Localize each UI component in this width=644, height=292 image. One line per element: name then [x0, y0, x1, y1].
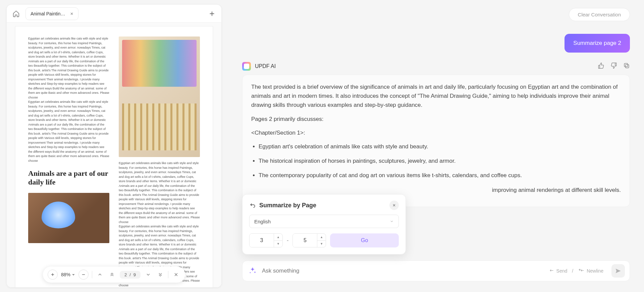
close-toolbar-button[interactable]	[172, 270, 180, 279]
document-viewport[interactable]: Egyptian art celebrates animals like cat…	[7, 23, 221, 287]
copy-icon	[623, 62, 630, 69]
ai-name-label: UPDF AI	[255, 63, 276, 69]
return-icon	[249, 202, 256, 209]
zoom-out-button[interactable]	[78, 270, 89, 280]
updf-logo-icon	[242, 62, 251, 71]
tab-bar: Animal Paintin…	[7, 5, 221, 23]
composer: Send / Newline	[242, 261, 630, 281]
zoom-percent-label: 88%	[61, 272, 70, 277]
last-page-button[interactable]	[156, 270, 165, 279]
close-icon	[70, 12, 74, 16]
close-icon	[173, 272, 179, 277]
separator	[92, 271, 92, 278]
sparkle-icon	[249, 267, 257, 275]
ai-bullet: Egyptian art's celebration of animals li…	[259, 142, 621, 151]
home-button[interactable]	[10, 8, 22, 20]
from-page-input[interactable]	[250, 234, 274, 247]
body-text: Egyptian art celebrates animals like cat…	[28, 100, 109, 163]
chat-panel: Clear Conversation Summarize page 2 UPDF…	[227, 5, 637, 287]
popup-close-button[interactable]	[389, 201, 399, 210]
page-range-row: ▲ ▼ - ▲ ▼ Go	[249, 233, 399, 247]
from-page-stepper: ▲ ▼	[249, 233, 283, 247]
language-select[interactable]: English	[249, 215, 399, 228]
ai-bullet-list: Egyptian art's celebration of animals li…	[259, 142, 621, 180]
page-right-column: Egyptian art celebrates animals like cat…	[119, 36, 200, 287]
close-icon	[392, 203, 396, 207]
zoom-in-button[interactable]	[48, 270, 58, 280]
ai-actions	[598, 62, 630, 70]
clear-conversation-button[interactable]: Clear Conversation	[569, 8, 630, 21]
hint-sep: /	[572, 268, 573, 274]
chat-top-actions: Clear Conversation	[227, 5, 637, 24]
document-page: Egyptian art celebrates animals like cat…	[15, 26, 213, 287]
svg-rect-1	[624, 63, 628, 67]
ai-paragraph: Pages 2 primarily discusses:	[251, 115, 621, 124]
document-tab-title: Animal Paintin…	[31, 11, 65, 16]
chevron-down-icon	[146, 272, 151, 277]
from-step-up[interactable]: ▲	[274, 234, 282, 241]
document-panel: Animal Paintin… Egyptian art celebrates …	[7, 5, 221, 287]
chat-input[interactable]	[262, 268, 544, 274]
svg-rect-0	[626, 65, 629, 68]
separator	[168, 271, 168, 278]
newline-hint: Newline	[578, 268, 603, 274]
next-page-button[interactable]	[144, 270, 153, 279]
summarize-by-page-popup: Summarize by Page English ▲ ▼ - ▲	[242, 194, 406, 254]
from-step-down[interactable]: ▼	[274, 241, 282, 247]
chevron-down-icon	[390, 219, 394, 223]
go-button[interactable]: Go	[330, 233, 399, 247]
close-tab-button[interactable]	[69, 11, 75, 17]
send-hint-label: Send	[556, 268, 568, 274]
page-indicator[interactable]: 2 / 9	[120, 271, 141, 279]
thumbs-up-button[interactable]	[598, 62, 604, 70]
send-icon	[615, 268, 622, 274]
total-pages: 9	[133, 272, 136, 277]
popup-title: Summarize by Page	[259, 202, 316, 209]
chevron-up-icon	[97, 272, 103, 277]
new-tab-button[interactable]	[206, 8, 218, 20]
page-sep: /	[129, 272, 131, 277]
first-page-button[interactable]	[108, 270, 116, 279]
composer-hints: Send / Newline	[549, 268, 603, 274]
plus-icon	[208, 10, 216, 17]
ai-message: UPDF AI The text provided is a brief ove…	[242, 62, 630, 207]
language-value: English	[254, 219, 271, 224]
user-message: Summarize page 2	[565, 34, 630, 53]
minus-icon	[81, 272, 86, 277]
zoom-value[interactable]: 88%	[61, 272, 75, 277]
page-image-paints	[119, 36, 200, 157]
home-icon	[12, 10, 20, 17]
ai-body: The text provided is a brief overview of…	[242, 75, 630, 207]
plus-icon	[50, 272, 55, 277]
page-image-butterfly	[28, 193, 109, 243]
to-step-up[interactable]: ▲	[317, 234, 326, 241]
newline-hint-label: Newline	[587, 268, 603, 274]
page-heading: Animals are a part of our daily life	[28, 169, 109, 187]
prev-page-button[interactable]	[96, 270, 104, 279]
body-text: Egyptian art celebrates animals like cat…	[119, 161, 200, 224]
zoom-toolbar: 88% 2 / 9	[43, 267, 185, 283]
enter-icon	[549, 268, 554, 274]
to-step-down[interactable]: ▼	[317, 241, 326, 247]
to-spin: ▲ ▼	[317, 234, 326, 247]
send-button[interactable]	[611, 264, 625, 278]
copy-button[interactable]	[623, 62, 630, 70]
range-dash: -	[287, 237, 288, 243]
ai-bullet: The contemporary popularity of cat and d…	[259, 171, 621, 180]
from-spin: ▲ ▼	[274, 234, 282, 247]
to-page-stepper: ▲ ▼	[292, 233, 326, 247]
page-left-column: Egyptian art celebrates animals like cat…	[28, 36, 109, 287]
thumbs-down-icon	[610, 62, 617, 69]
ai-paragraph: improving animal renderings at different…	[251, 186, 621, 195]
ai-paragraph: The text provided is a brief overview of…	[251, 82, 621, 110]
thumbs-down-button[interactable]	[610, 62, 617, 70]
body-text: Egyptian art celebrates animals like cat…	[28, 36, 109, 100]
shift-enter-icon	[578, 268, 585, 274]
double-chevron-up-icon	[109, 272, 115, 277]
double-chevron-down-icon	[158, 272, 163, 277]
thumbs-up-icon	[598, 62, 604, 69]
to-page-input[interactable]	[293, 234, 317, 247]
ai-header: UPDF AI	[242, 62, 630, 71]
popup-header: Summarize by Page	[249, 201, 399, 210]
document-tab[interactable]: Animal Paintin…	[25, 7, 78, 20]
